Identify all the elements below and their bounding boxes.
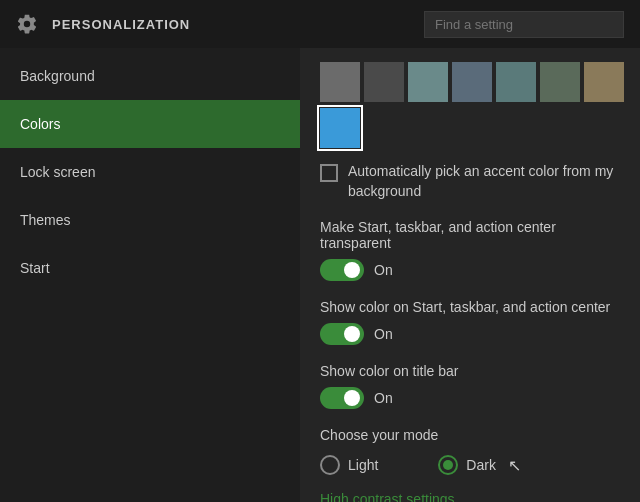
- color-taskbar-label: Show color on Start, taskbar, and action…: [320, 299, 620, 315]
- main-content: Automatically pick an accent color from …: [300, 48, 640, 502]
- choose-mode-title: Choose your mode: [320, 427, 620, 443]
- color-titlebar-label: Show color on title bar: [320, 363, 620, 379]
- mode-light-radio[interactable]: [320, 455, 340, 475]
- swatch-5[interactable]: [540, 62, 580, 102]
- header: PERSONALIZATION: [0, 0, 640, 48]
- swatch-selected[interactable]: [320, 108, 360, 148]
- color-titlebar-section: Show color on title bar On: [320, 363, 620, 409]
- mode-dark-radio[interactable]: [438, 455, 458, 475]
- taskbar-transparent-toggle-row: On: [320, 259, 620, 281]
- sidebar-item-colors[interactable]: Colors: [0, 100, 300, 148]
- swatch-4[interactable]: [496, 62, 536, 102]
- mode-light-option[interactable]: Light: [320, 455, 378, 475]
- taskbar-transparent-state: On: [374, 262, 393, 278]
- color-swatches-row1: [320, 62, 620, 102]
- color-taskbar-toggle-row: On: [320, 323, 620, 345]
- color-titlebar-state: On: [374, 390, 393, 406]
- auto-accent-checkbox-row: Automatically pick an accent color from …: [320, 162, 620, 201]
- mode-light-label: Light: [348, 457, 378, 473]
- sidebar-item-lock-screen[interactable]: Lock screen: [0, 148, 300, 196]
- color-titlebar-toggle[interactable]: [320, 387, 364, 409]
- swatch-2[interactable]: [408, 62, 448, 102]
- taskbar-transparent-section: Make Start, taskbar, and action center t…: [320, 219, 620, 281]
- app-title: PERSONALIZATION: [52, 17, 410, 32]
- swatch-3[interactable]: [452, 62, 492, 102]
- body: Background Colors Lock screen Themes Sta…: [0, 48, 640, 502]
- mode-dark-option[interactable]: Dark ↖: [438, 455, 521, 475]
- color-swatches-row2: [320, 108, 620, 148]
- sidebar: Background Colors Lock screen Themes Sta…: [0, 48, 300, 502]
- high-contrast-link[interactable]: High contrast settings: [320, 491, 455, 502]
- cursor-icon: ↖: [508, 456, 521, 475]
- auto-accent-label: Automatically pick an accent color from …: [348, 162, 620, 201]
- color-taskbar-state: On: [374, 326, 393, 342]
- sidebar-item-background[interactable]: Background: [0, 52, 300, 100]
- auto-accent-checkbox[interactable]: [320, 164, 338, 182]
- color-taskbar-toggle[interactable]: [320, 323, 364, 345]
- color-titlebar-toggle-row: On: [320, 387, 620, 409]
- mode-dark-label: Dark: [466, 457, 496, 473]
- search-input[interactable]: [424, 11, 624, 38]
- mode-options: Light Dark ↖: [320, 455, 620, 475]
- swatch-0[interactable]: [320, 62, 360, 102]
- taskbar-transparent-toggle[interactable]: [320, 259, 364, 281]
- swatch-1[interactable]: [364, 62, 404, 102]
- sidebar-item-start[interactable]: Start: [0, 244, 300, 292]
- gear-icon: [16, 13, 38, 35]
- choose-mode-section: Choose your mode Light Dark ↖ High contr…: [320, 427, 620, 502]
- swatch-6[interactable]: [584, 62, 624, 102]
- sidebar-item-themes[interactable]: Themes: [0, 196, 300, 244]
- taskbar-transparent-label: Make Start, taskbar, and action center t…: [320, 219, 620, 251]
- color-taskbar-section: Show color on Start, taskbar, and action…: [320, 299, 620, 345]
